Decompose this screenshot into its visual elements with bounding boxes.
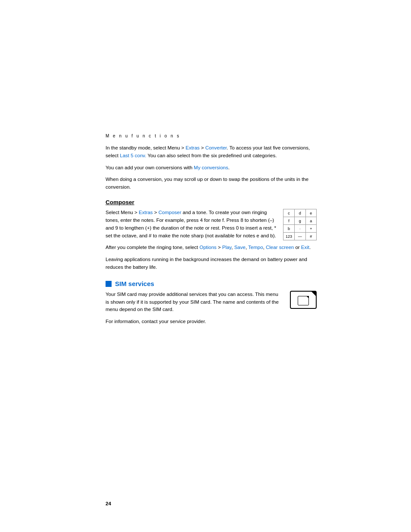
sim-card-icon [290,291,317,309]
sim-heading: SIM services [106,280,317,287]
scroll-text: When doing a conversion, you may scroll … [106,177,308,190]
content-area: M e n u f u n c t i o n s In the standby… [106,134,317,330]
converter-text-end: You can also select from the six predefi… [146,153,277,158]
sim-square-icon [106,281,112,287]
keypad-row-4: 123 — # [283,233,317,240]
composer-section: Composer Select Menu > Extras > Composer… [106,199,317,271]
menu-functions-label: M e n u f u n c t i o n s [106,134,317,138]
keypad-cell-b: b [283,225,295,233]
my-conversions-end: . [228,165,230,170]
composer-content: Select Menu > Extras > Composer and a to… [106,209,317,240]
my-conversions-pre: You can add your own conversions with [106,165,194,170]
save-link[interactable]: Save [234,245,246,250]
keypad-image: c d e f g a b · + [283,209,317,240]
sim-card-inner [298,296,309,305]
my-conversions-link[interactable]: My conversions [194,165,228,170]
converter-link[interactable]: Converter [205,145,227,150]
scroll-paragraph: When doing a conversion, you may scroll … [106,176,317,191]
sim-paragraph-1: Your SIM card may provide additional ser… [106,291,282,314]
keypad-cell-g: g [294,217,305,225]
keypad-cell-e: e [305,209,316,217]
converter-text-pre: In the standby mode, select Menu > [106,145,186,150]
composer-p1-pre: Select Menu > [106,210,139,215]
keypad-row-3: b · + [283,225,317,233]
tempo-link[interactable]: Tempo [248,245,263,250]
converter-paragraph-1: In the standby mode, select Menu > Extra… [106,144,317,160]
or-text: or [294,245,301,250]
composer-p2-pre: After you complete the ringing tone, sel… [106,245,199,250]
sim-heading-text: SIM services [115,280,154,287]
keypad-row-1: c d e [283,209,317,217]
extras-link-1[interactable]: Extras [186,145,200,150]
keypad-cell-a: a [305,217,316,225]
composer-p1-gt: > [153,210,159,215]
composer-paragraph-3: Leaving applications running in the back… [106,256,317,271]
keypad-cell-f: f [283,217,295,225]
clear-screen-link[interactable]: Clear screen [266,245,294,250]
keypad-cell-dot: · [294,225,305,233]
exit-link[interactable]: Exit [301,245,309,250]
play-link[interactable]: Play [222,245,232,250]
sim-p1-text: Your SIM card may provide additional ser… [106,292,279,312]
period: . [309,245,311,250]
keypad-cell-dash: — [294,233,305,240]
options-link[interactable]: Options [199,245,217,250]
last5-link[interactable]: Last 5 conv. [120,153,146,158]
composer-link[interactable]: Composer [159,210,181,215]
keypad-cell-123: 123 [283,233,295,240]
keypad-cell-d: d [294,209,305,217]
sim-text-block: Your SIM card may provide additional ser… [106,291,317,314]
sim-card-drawing [290,291,317,309]
keypad-cell-hash: # [305,233,316,240]
battery-text: Leaving applications running in the back… [106,257,307,270]
sim-section: SIM services Your SIM card may provide a… [106,280,317,326]
gt1: > [199,145,205,150]
composer-p2-gt: > [217,245,222,250]
my-conversions-paragraph: You can add your own conversions with My… [106,164,317,172]
composer-paragraph-1: Select Menu > Extras > Composer and a to… [106,209,278,240]
sim-p2-text: For information, contact your service pr… [106,319,206,324]
sim-paragraph-2: For information, contact your service pr… [106,318,317,326]
composer-paragraph-2: After you complete the ringing tone, sel… [106,244,317,252]
keypad-table: c d e f g a b · + [283,209,317,240]
page: M e n u f u n c t i o n s In the standby… [0,0,411,532]
page-number: 24 [106,501,111,506]
composer-heading: Composer [106,199,317,205]
composer-extras-link[interactable]: Extras [139,210,153,215]
keypad-cell-plus: + [305,225,316,233]
keypad-row-2: f g a [283,217,317,225]
keypad-cell-c: c [283,209,295,217]
